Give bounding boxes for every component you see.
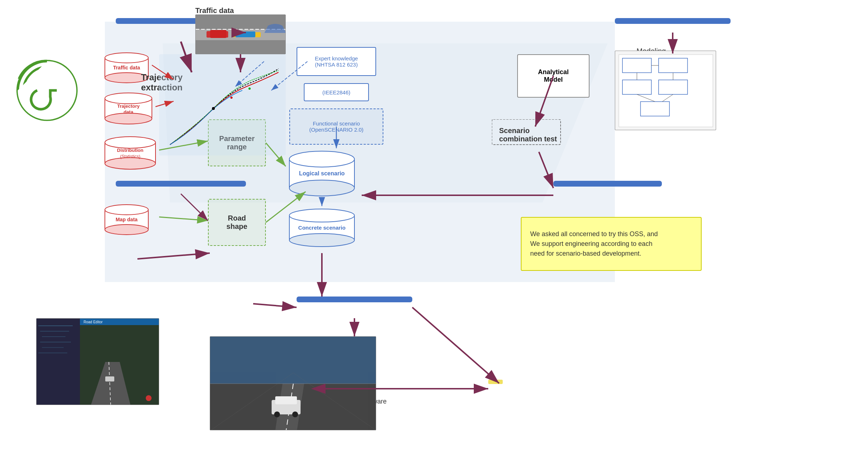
svg-text:data: data [124, 109, 134, 115]
analytical-model-box: AnalyticalModel [517, 54, 590, 98]
oss-body: We asked all concerned to try this OSS, … [530, 229, 692, 259]
trajectory-data-cylinder: Trajectory data [101, 90, 156, 127]
svg-point-78 [274, 412, 280, 417]
svg-rect-67 [105, 376, 114, 381]
trajectory-visualization [159, 54, 286, 155]
modeler-screenshot [615, 51, 716, 130]
svg-point-23 [105, 225, 148, 235]
scenario-editor-box [553, 181, 662, 187]
svg-point-26 [289, 151, 354, 167]
expert-knowledge-box: Expert knowledge(NHTSA 812 623) [297, 47, 376, 76]
svg-point-42 [230, 97, 233, 99]
svg-text:Distribution: Distribution [117, 148, 144, 153]
svg-text:Trajectory: Trajectory [117, 103, 140, 109]
scenario-modeler-box [615, 18, 731, 24]
logo-area [14, 58, 94, 126]
concrete-scenario-cylinder: Concrete scenario [286, 206, 358, 250]
svg-text:Logical scenario: Logical scenario [299, 170, 345, 176]
svg-rect-77 [275, 396, 297, 404]
scenario-executor-box [297, 297, 412, 302]
simulation-screenshot [210, 336, 376, 430]
svg-rect-57 [37, 319, 80, 405]
svg-point-8 [105, 53, 148, 63]
svg-rect-39 [235, 31, 255, 37]
svg-point-17 [105, 137, 156, 148]
svg-point-27 [289, 180, 354, 196]
oss-box: We asked all concerned to try this OSS, … [521, 217, 702, 271]
svg-point-79 [292, 412, 298, 417]
svg-text:Map data: Map data [116, 217, 138, 222]
svg-text:Traffic data: Traffic data [113, 65, 140, 71]
svg-point-18 [105, 158, 156, 169]
garden-logo-icon [14, 58, 80, 123]
svg-point-12 [105, 93, 152, 104]
svg-point-30 [289, 209, 354, 222]
functional-scenario-box: Functional scenario(OpenSCENARIO 2.0) [289, 108, 383, 145]
scenario-road-editor-box [116, 181, 246, 187]
logical-scenario-cylinder: Logical scenario [286, 148, 358, 199]
map-data-cylinder: Map data [101, 202, 152, 235]
ieee-box: (IEEE2846) [304, 83, 369, 101]
svg-point-70 [146, 395, 152, 401]
scenario-combination-test-label: Scenariocombination test [499, 127, 557, 143]
svg-text:Road Editor: Road Editor [84, 320, 103, 324]
svg-point-31 [289, 234, 354, 247]
svg-rect-40 [159, 54, 286, 155]
svg-point-43 [248, 88, 251, 90]
svg-point-41 [212, 107, 215, 110]
svg-point-22 [105, 205, 148, 215]
svg-text:(Statistics): (Statistics) [120, 154, 140, 159]
svg-text:Concrete scenario: Concrete scenario [298, 225, 346, 231]
road-editor-screenshot: Road Editor [36, 318, 159, 405]
road-shape-box: Roadshape [208, 199, 266, 246]
traffic-screenshot [195, 14, 286, 54]
svg-rect-38 [210, 30, 226, 38]
distribution-cylinder: Distribution (Statistics) [101, 134, 159, 174]
svg-point-13 [105, 113, 152, 124]
svg-rect-72 [210, 337, 376, 384]
autoware-label [488, 380, 503, 384]
